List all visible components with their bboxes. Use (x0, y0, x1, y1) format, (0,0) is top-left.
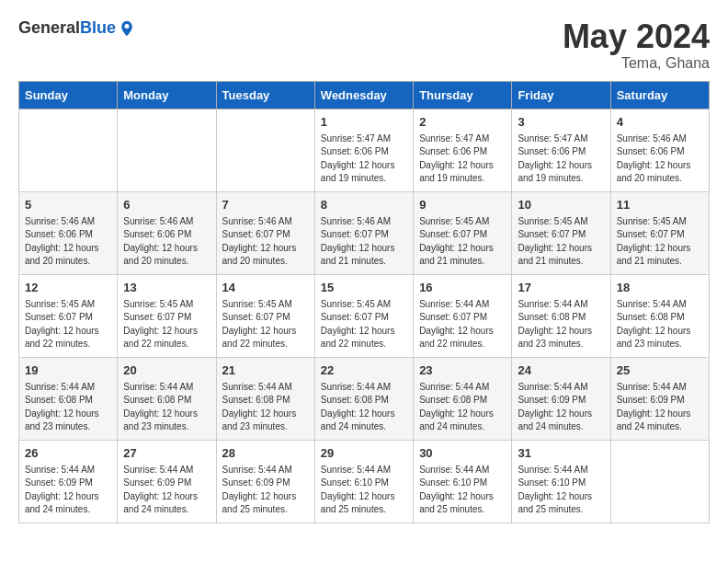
day-cell (118, 109, 216, 191)
day-cell: 29Sunrise: 5:44 AM Sunset: 6:10 PM Dayli… (314, 440, 413, 523)
day-cell: 8Sunrise: 5:46 AM Sunset: 6:07 PM Daylig… (314, 191, 413, 274)
header-row: SundayMondayTuesdayWednesdayThursdayFrid… (19, 81, 710, 109)
day-cell: 25Sunrise: 5:44 AM Sunset: 6:09 PM Dayli… (610, 357, 709, 440)
day-number: 11 (617, 197, 703, 213)
week-row-2: 5Sunrise: 5:46 AM Sunset: 6:06 PM Daylig… (19, 191, 710, 274)
calendar-body: 1Sunrise: 5:47 AM Sunset: 6:06 PM Daylig… (19, 109, 710, 523)
day-info: Sunrise: 5:44 AM Sunset: 6:10 PM Dayligh… (419, 464, 506, 517)
day-number: 14 (222, 280, 309, 296)
day-info: Sunrise: 5:46 AM Sunset: 6:06 PM Dayligh… (123, 215, 210, 269)
day-cell: 18Sunrise: 5:44 AM Sunset: 6:08 PM Dayli… (610, 274, 709, 357)
day-cell: 16Sunrise: 5:44 AM Sunset: 6:07 PM Dayli… (414, 274, 512, 357)
day-number: 31 (518, 445, 604, 462)
week-row-1: 1Sunrise: 5:47 AM Sunset: 6:06 PM Daylig… (19, 109, 710, 191)
day-info: Sunrise: 5:44 AM Sunset: 6:07 PM Dayligh… (419, 298, 506, 351)
day-cell: 19Sunrise: 5:44 AM Sunset: 6:08 PM Dayli… (19, 357, 118, 440)
day-number: 20 (123, 362, 210, 379)
day-cell: 28Sunrise: 5:44 AM Sunset: 6:09 PM Dayli… (216, 440, 314, 523)
day-cell (610, 440, 709, 523)
day-info: Sunrise: 5:44 AM Sunset: 6:09 PM Dayligh… (123, 464, 210, 517)
day-number: 2 (419, 114, 506, 131)
day-info: Sunrise: 5:44 AM Sunset: 6:09 PM Dayligh… (518, 381, 604, 434)
day-info: Sunrise: 5:45 AM Sunset: 6:07 PM Dayligh… (222, 298, 309, 351)
logo: GeneralBlue (18, 18, 136, 38)
day-number: 26 (25, 445, 111, 462)
day-info: Sunrise: 5:47 AM Sunset: 6:06 PM Dayligh… (321, 132, 407, 186)
day-number: 17 (518, 280, 604, 296)
day-number: 25 (617, 362, 703, 379)
day-cell: 12Sunrise: 5:45 AM Sunset: 6:07 PM Dayli… (19, 274, 118, 357)
day-cell: 26Sunrise: 5:44 AM Sunset: 6:09 PM Dayli… (19, 440, 118, 523)
day-info: Sunrise: 5:45 AM Sunset: 6:07 PM Dayligh… (617, 215, 703, 269)
day-number: 13 (123, 280, 210, 296)
day-number: 16 (419, 280, 506, 296)
week-row-4: 19Sunrise: 5:44 AM Sunset: 6:08 PM Dayli… (19, 357, 710, 440)
logo-general: GeneralBlue (18, 18, 116, 38)
day-info: Sunrise: 5:44 AM Sunset: 6:09 PM Dayligh… (25, 464, 111, 517)
header-day-monday: Monday (118, 81, 216, 109)
day-info: Sunrise: 5:44 AM Sunset: 6:08 PM Dayligh… (222, 381, 309, 434)
day-info: Sunrise: 5:44 AM Sunset: 6:09 PM Dayligh… (222, 464, 309, 517)
header-day-saturday: Saturday (610, 81, 709, 109)
day-cell (216, 109, 314, 191)
header-day-thursday: Thursday (414, 81, 512, 109)
day-info: Sunrise: 5:44 AM Sunset: 6:09 PM Dayligh… (617, 381, 703, 434)
day-number: 4 (617, 114, 703, 131)
header: GeneralBlue May 2024 Tema, Ghana (18, 18, 710, 72)
calendar-header: SundayMondayTuesdayWednesdayThursdayFrid… (19, 81, 710, 109)
day-cell: 17Sunrise: 5:44 AM Sunset: 6:08 PM Dayli… (512, 274, 610, 357)
day-number: 8 (321, 197, 407, 213)
day-info: Sunrise: 5:47 AM Sunset: 6:06 PM Dayligh… (518, 132, 604, 186)
header-day-sunday: Sunday (19, 81, 118, 109)
day-info: Sunrise: 5:44 AM Sunset: 6:08 PM Dayligh… (123, 381, 210, 434)
day-info: Sunrise: 5:44 AM Sunset: 6:10 PM Dayligh… (321, 464, 407, 517)
day-cell: 11Sunrise: 5:45 AM Sunset: 6:07 PM Dayli… (610, 191, 709, 274)
day-cell: 22Sunrise: 5:44 AM Sunset: 6:08 PM Dayli… (314, 357, 413, 440)
day-info: Sunrise: 5:44 AM Sunset: 6:10 PM Dayligh… (518, 464, 604, 517)
day-info: Sunrise: 5:45 AM Sunset: 6:07 PM Dayligh… (25, 298, 111, 351)
day-number: 19 (25, 362, 111, 379)
day-number: 10 (518, 197, 604, 213)
day-info: Sunrise: 5:44 AM Sunset: 6:08 PM Dayligh… (419, 381, 506, 434)
day-cell: 9Sunrise: 5:45 AM Sunset: 6:07 PM Daylig… (414, 191, 512, 274)
day-info: Sunrise: 5:45 AM Sunset: 6:07 PM Dayligh… (518, 215, 604, 269)
day-number: 27 (123, 445, 210, 462)
week-row-3: 12Sunrise: 5:45 AM Sunset: 6:07 PM Dayli… (19, 274, 710, 357)
day-cell: 23Sunrise: 5:44 AM Sunset: 6:08 PM Dayli… (414, 357, 512, 440)
day-number: 18 (617, 280, 703, 296)
day-number: 22 (321, 362, 407, 379)
day-cell: 5Sunrise: 5:46 AM Sunset: 6:06 PM Daylig… (19, 191, 118, 274)
day-cell (19, 109, 118, 191)
day-cell: 20Sunrise: 5:44 AM Sunset: 6:08 PM Dayli… (118, 357, 216, 440)
day-number: 15 (321, 280, 407, 296)
day-cell: 31Sunrise: 5:44 AM Sunset: 6:10 PM Dayli… (512, 440, 610, 523)
location-title: Tema, Ghana (563, 55, 710, 72)
day-cell: 3Sunrise: 5:47 AM Sunset: 6:06 PM Daylig… (512, 109, 610, 191)
day-info: Sunrise: 5:46 AM Sunset: 6:07 PM Dayligh… (321, 215, 407, 269)
day-cell: 2Sunrise: 5:47 AM Sunset: 6:06 PM Daylig… (414, 109, 512, 191)
day-number: 23 (419, 362, 506, 379)
month-title: May 2024 (563, 18, 710, 55)
day-number: 3 (518, 114, 604, 131)
day-info: Sunrise: 5:45 AM Sunset: 6:07 PM Dayligh… (419, 215, 506, 269)
week-row-5: 26Sunrise: 5:44 AM Sunset: 6:09 PM Dayli… (19, 440, 710, 523)
day-number: 28 (222, 445, 309, 462)
day-number: 12 (25, 280, 111, 296)
header-day-wednesday: Wednesday (314, 81, 413, 109)
day-cell: 7Sunrise: 5:46 AM Sunset: 6:07 PM Daylig… (216, 191, 314, 274)
day-info: Sunrise: 5:44 AM Sunset: 6:08 PM Dayligh… (518, 298, 604, 351)
logo-icon (118, 19, 136, 38)
day-number: 24 (518, 362, 604, 379)
day-number: 1 (321, 114, 407, 131)
day-cell: 6Sunrise: 5:46 AM Sunset: 6:06 PM Daylig… (118, 191, 216, 274)
day-cell: 4Sunrise: 5:46 AM Sunset: 6:06 PM Daylig… (610, 109, 709, 191)
day-info: Sunrise: 5:46 AM Sunset: 6:06 PM Dayligh… (617, 132, 703, 186)
day-number: 9 (419, 197, 506, 213)
title-area: May 2024 Tema, Ghana (563, 18, 710, 72)
day-info: Sunrise: 5:46 AM Sunset: 6:07 PM Dayligh… (222, 215, 309, 269)
day-cell: 21Sunrise: 5:44 AM Sunset: 6:08 PM Dayli… (216, 357, 314, 440)
day-number: 7 (222, 197, 309, 213)
calendar-table: SundayMondayTuesdayWednesdayThursdayFrid… (18, 81, 710, 523)
day-info: Sunrise: 5:44 AM Sunset: 6:08 PM Dayligh… (617, 298, 703, 351)
day-number: 5 (25, 197, 111, 213)
